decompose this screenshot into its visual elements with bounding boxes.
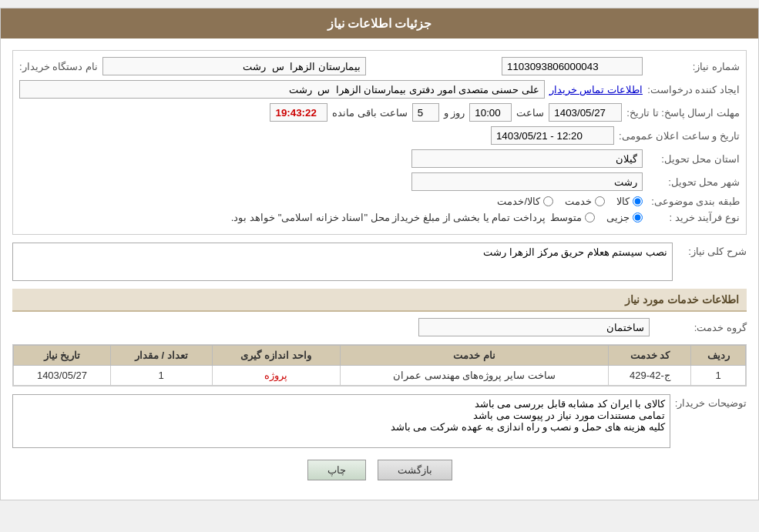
- cell-unit: پروژه: [212, 366, 340, 386]
- process-desc: پرداخت تمام یا بخشی از مبلغ خریداز محل "…: [19, 212, 546, 223]
- back-button[interactable]: بازگشت: [378, 460, 452, 480]
- row-need-org: شماره نیاز: نام دستگاه خریدار:: [19, 57, 740, 75]
- row-subject: طبقه بندی موضوعی: کالا خدمت کالا/خدمت: [19, 196, 740, 207]
- deadline-time-input[interactable]: [469, 103, 512, 122]
- print-button[interactable]: چاپ: [307, 460, 366, 480]
- table-row: 1 ج-42-429 ساخت سایر پروژه‌های مهندسی عم…: [14, 366, 746, 386]
- content-area: شماره نیاز: نام دستگاه خریدار: ایجاد کنن…: [1, 38, 758, 500]
- page-wrapper: جزئیات اطلاعات نیاز شماره نیاز: نام دستگ…: [0, 8, 759, 500]
- requester-input[interactable]: [19, 80, 545, 99]
- unit-link[interactable]: پروژه: [264, 370, 287, 381]
- deadline-days-input[interactable]: [412, 103, 439, 122]
- process-motavasset: متوسط: [550, 212, 595, 223]
- province-input[interactable]: [411, 149, 643, 168]
- cell-row-num: 1: [691, 366, 746, 386]
- deadline-days-label: روز و: [444, 107, 465, 119]
- subject-kala-khedmat: کالا/خدمت: [497, 196, 553, 207]
- city-input[interactable]: [411, 172, 643, 191]
- col-qty: تعداد / مقدار: [110, 346, 212, 366]
- row-deadline: مهلت ارسال پاسخ: تا تاریخ: ساعت روز و سا…: [19, 103, 740, 122]
- row-description: شرح کلی نیاز: <span data-bind="fields.de…: [12, 243, 747, 281]
- cell-qty: 1: [110, 366, 212, 386]
- row-city: شهر محل تحویل:: [19, 172, 740, 191]
- announce-label: تاریخ و ساعت اعلان عمومی:: [619, 130, 740, 142]
- subject-khedmat-radio[interactable]: [595, 196, 605, 206]
- deadline-time-label: ساعت: [516, 107, 544, 119]
- row-province: استان محل تحویل:: [19, 149, 740, 168]
- main-info-section: شماره نیاز: نام دستگاه خریدار: ایجاد کنن…: [12, 50, 747, 235]
- announce-input[interactable]: [491, 126, 614, 145]
- deadline-remaining-label: ساعت باقی مانده: [332, 107, 407, 119]
- table-header-row: ردیف کد خدمت نام خدمت واحد اندازه گیری ت…: [14, 346, 746, 366]
- deadline-remaining-input[interactable]: [270, 103, 327, 122]
- need-number-label: شماره نیاز:: [647, 61, 740, 72]
- process-label: نوع فرآیند خرید :: [647, 212, 740, 223]
- subject-kala-khedmat-label: کالا/خدمت: [497, 196, 540, 207]
- process-radio-group: جزیی متوسط: [550, 212, 643, 223]
- col-name: نام خدمت: [340, 346, 609, 366]
- deadline-label: مهلت ارسال پاسخ: تا تاریخ:: [626, 107, 740, 119]
- row-announce: تاریخ و ساعت اعلان عمومی:: [19, 126, 740, 145]
- description-textarea[interactable]: <span data-bind="fields.description_valu…: [12, 243, 673, 281]
- process-jozi-label: جزیی: [606, 212, 630, 223]
- row-process: نوع فرآیند خرید : جزیی متوسط پرداخت تمام…: [19, 212, 740, 223]
- cell-name: ساخت سایر پروژه‌های مهندسی عمران: [340, 366, 609, 386]
- col-date: تاریخ نیاز: [14, 346, 111, 366]
- service-group-label: گروه خدمت:: [654, 322, 747, 333]
- subject-kala-khedmat-radio[interactable]: [543, 196, 553, 206]
- process-motavasset-radio[interactable]: [585, 212, 595, 223]
- notes-textarea[interactable]: [12, 394, 670, 448]
- col-row-num: ردیف: [691, 346, 746, 366]
- subject-label: طبقه بندی موضوعی:: [647, 196, 740, 207]
- row-service-group: گروه خدمت:: [12, 318, 747, 336]
- service-section-header: اطلاعات خدمات مورد نیاز: [12, 289, 747, 312]
- services-table: ردیف کد خدمت نام خدمت واحد اندازه گیری ت…: [13, 345, 746, 386]
- deadline-date-input[interactable]: [549, 103, 622, 122]
- city-label: شهر محل تحویل:: [647, 176, 740, 188]
- button-row: بازگشت چاپ: [12, 460, 747, 480]
- col-unit: واحد اندازه گیری: [212, 346, 340, 366]
- subject-kala: کالا: [616, 196, 643, 207]
- subject-kala-label: کالا: [616, 196, 630, 207]
- subject-radio-group: کالا خدمت کالا/خدمت: [497, 196, 643, 207]
- org-label: نام دستگاه خریدار:: [19, 61, 98, 72]
- province-label: استان محل تحویل:: [647, 153, 740, 165]
- notes-section: توضیحات خریدار:: [12, 394, 747, 448]
- service-section-title: اطلاعات خدمات مورد نیاز: [625, 293, 739, 306]
- description-label: شرح کلی نیاز:: [677, 243, 747, 257]
- need-number-input[interactable]: [502, 57, 643, 75]
- org-input[interactable]: [102, 57, 366, 75]
- row-requester: ایجاد کننده درخواست: اطلاعات تماس خریدار: [19, 80, 740, 99]
- notes-label: توضیحات خریدار:: [675, 394, 747, 409]
- cell-code: ج-42-429: [609, 366, 691, 386]
- subject-kala-radio[interactable]: [633, 196, 643, 206]
- process-motavasset-label: متوسط: [550, 212, 582, 223]
- cell-date: 1403/05/27: [14, 366, 111, 386]
- services-table-container: ردیف کد خدمت نام خدمت واحد اندازه گیری ت…: [12, 344, 747, 386]
- requester-label: ایجاد کننده درخواست:: [647, 84, 740, 95]
- process-jozi: جزیی: [606, 212, 643, 223]
- page-header: جزئیات اطلاعات نیاز: [1, 8, 758, 38]
- subject-khedmat: خدمت: [565, 196, 605, 207]
- page-title: جزئیات اطلاعات نیاز: [327, 17, 432, 30]
- subject-khedmat-label: خدمت: [565, 196, 592, 207]
- process-jozi-radio[interactable]: [633, 212, 643, 223]
- col-code: کد خدمت: [609, 346, 691, 366]
- service-group-input[interactable]: [418, 318, 650, 336]
- contact-link[interactable]: اطلاعات تماس خریدار: [549, 84, 643, 95]
